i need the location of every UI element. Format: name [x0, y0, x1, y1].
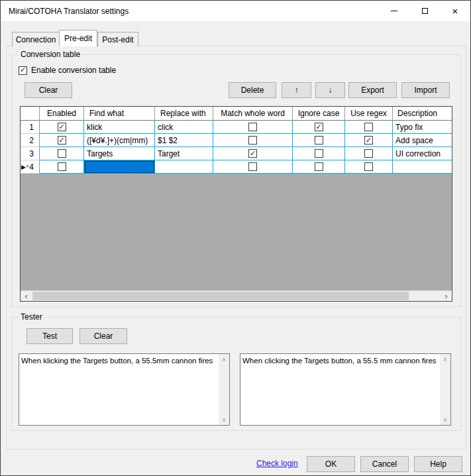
- use-regex-checkbox[interactable]: [364, 162, 373, 171]
- scroll-up-icon[interactable]: ∧: [440, 354, 450, 365]
- col-header-description[interactable]: Description: [393, 107, 452, 121]
- enable-conversion-checkbox[interactable]: Enable conversion table: [19, 66, 116, 75]
- match-whole-word-checkbox[interactable]: [248, 149, 257, 158]
- scroll-left-icon[interactable]: ‹: [21, 291, 32, 301]
- row-header-1[interactable]: 1: [21, 121, 40, 134]
- tester-input-textarea[interactable]: When klicking the Targets button, a 55.5…: [19, 353, 230, 426]
- cell-enabled-3[interactable]: [40, 147, 84, 160]
- enabled-checkbox[interactable]: [58, 162, 66, 171]
- scroll-right-icon[interactable]: ›: [441, 291, 452, 301]
- col-header-replace-with[interactable]: Replace with: [155, 107, 213, 121]
- tester-input-scrollbar[interactable]: ∧ ∨: [219, 354, 229, 425]
- cell-ignore-case-1[interactable]: [293, 121, 345, 134]
- col-header-use-regex[interactable]: Use regex: [345, 107, 393, 121]
- cancel-button-label: Cancel: [372, 459, 397, 469]
- cell-description-3[interactable]: UI correction: [393, 147, 452, 160]
- scrollbar-thumb[interactable]: [32, 292, 409, 300]
- cell-use-regex-1[interactable]: [345, 121, 393, 134]
- cell-description-4[interactable]: [393, 160, 452, 174]
- scroll-down-icon[interactable]: ∨: [440, 414, 450, 425]
- delete-row-button[interactable]: Delete: [229, 82, 276, 98]
- cell-use-regex-2[interactable]: [345, 134, 393, 147]
- col-header-find-what[interactable]: Find what: [84, 107, 155, 121]
- scroll-up-icon[interactable]: ∧: [219, 354, 229, 365]
- cell-match-whole-word-1[interactable]: [213, 121, 293, 134]
- tester-group: Tester Test Clear When klicking the Targ…: [11, 317, 461, 431]
- scrollbar-track[interactable]: [32, 291, 441, 301]
- cell-replace-1[interactable]: click: [155, 121, 213, 134]
- cell-enabled-2[interactable]: [40, 134, 84, 147]
- cell-find-2[interactable]: ([¥d¥.]+)(cm|mm): [84, 134, 155, 147]
- check-login-link[interactable]: Check login: [256, 459, 298, 468]
- cell-match-whole-word-2[interactable]: [213, 134, 293, 147]
- use-regex-checkbox[interactable]: [364, 123, 373, 131]
- ignore-case-checkbox[interactable]: [315, 149, 323, 158]
- test-button[interactable]: Test: [26, 328, 73, 344]
- match-whole-word-checkbox[interactable]: [248, 162, 257, 171]
- use-regex-checkbox[interactable]: [364, 136, 373, 145]
- cell-match-whole-word-3[interactable]: [213, 147, 293, 160]
- move-down-button[interactable]: ↓: [315, 82, 345, 98]
- import-button[interactable]: Import: [401, 82, 450, 98]
- cell-use-regex-3[interactable]: [345, 147, 393, 160]
- grid-horizontal-scrollbar[interactable]: ‹ ›: [21, 290, 452, 301]
- clear-table-button[interactable]: Clear: [25, 82, 72, 98]
- tester-output-textarea[interactable]: When clicking the Targets button, a 55.5…: [240, 353, 451, 426]
- scroll-down-icon[interactable]: ∨: [219, 414, 229, 425]
- cell-ignore-case-3[interactable]: [293, 147, 345, 160]
- cell-ignore-case-4[interactable]: [293, 160, 345, 174]
- enabled-checkbox[interactable]: [58, 136, 66, 145]
- cell-replace-2[interactable]: $1 $2: [155, 134, 213, 147]
- help-button-label: Help: [430, 459, 446, 469]
- conversion-table-group: Conversion table Enable conversion table…: [11, 54, 461, 307]
- cell-enabled-1[interactable]: [40, 121, 84, 134]
- col-header-match-whole-word[interactable]: Match whole word: [213, 107, 293, 121]
- enabled-checkbox[interactable]: [58, 123, 66, 131]
- cell-enabled-4[interactable]: [40, 160, 84, 174]
- ok-button[interactable]: OK: [307, 456, 355, 472]
- tab-post-edit[interactable]: Post-edit: [97, 32, 138, 46]
- close-button[interactable]: ×: [440, 1, 470, 21]
- cell-use-regex-4[interactable]: [345, 160, 393, 174]
- cancel-button[interactable]: Cancel: [360, 456, 409, 472]
- tab-connection[interactable]: Connection: [12, 32, 60, 46]
- grid-corner-header[interactable]: [21, 107, 40, 121]
- ignore-case-checkbox[interactable]: [315, 162, 323, 171]
- table-row: 3 Targets Target UI correction: [21, 147, 452, 160]
- cell-replace-3[interactable]: Target: [155, 147, 213, 160]
- tester-output-text[interactable]: When clicking the Targets button, a 55.5…: [240, 354, 439, 425]
- help-button[interactable]: Help: [414, 456, 462, 472]
- cell-find-3[interactable]: Targets: [84, 147, 155, 160]
- cell-ignore-case-2[interactable]: [293, 134, 345, 147]
- tester-output-scrollbar[interactable]: ∧ ∨: [440, 354, 450, 425]
- cell-find-4-selected[interactable]: [84, 160, 155, 174]
- cell-description-2[interactable]: Add space: [393, 134, 452, 147]
- tester-clear-button[interactable]: Clear: [79, 328, 127, 344]
- row-number: 4: [29, 162, 34, 172]
- conversion-grid: Enabled Find what Replace with Match who…: [20, 106, 452, 302]
- row-header-4[interactable]: ▶* 4: [21, 160, 40, 174]
- match-whole-word-checkbox[interactable]: [248, 136, 257, 145]
- move-up-button[interactable]: ↑: [282, 82, 311, 98]
- col-header-enabled[interactable]: Enabled: [40, 107, 84, 121]
- ignore-case-checkbox[interactable]: [315, 136, 323, 145]
- maximize-button[interactable]: [409, 1, 440, 21]
- minimize-button[interactable]: [379, 1, 409, 21]
- cell-description-1[interactable]: Typo fix: [393, 121, 452, 134]
- match-whole-word-checkbox[interactable]: [248, 123, 257, 131]
- col-header-ignore-case[interactable]: Ignore case: [293, 107, 345, 121]
- cell-find-1[interactable]: klick: [84, 121, 155, 134]
- row-header-3[interactable]: 3: [21, 147, 40, 160]
- enable-conversion-checkbox-box[interactable]: [19, 66, 27, 75]
- enable-conversion-checkbox-label: Enable conversion table: [31, 66, 116, 75]
- tab-pre-edit[interactable]: Pre-edit: [59, 30, 97, 46]
- use-regex-checkbox[interactable]: [364, 149, 373, 158]
- tester-input-text[interactable]: When klicking the Targets button, a 55.5…: [19, 354, 218, 425]
- cell-replace-4[interactable]: [155, 160, 213, 174]
- ignore-case-checkbox[interactable]: [315, 123, 323, 131]
- test-button-label: Test: [42, 331, 57, 341]
- export-button[interactable]: Export: [348, 82, 397, 98]
- row-header-2[interactable]: 2: [21, 134, 40, 147]
- cell-match-whole-word-4[interactable]: [213, 160, 293, 174]
- enabled-checkbox[interactable]: [58, 149, 66, 158]
